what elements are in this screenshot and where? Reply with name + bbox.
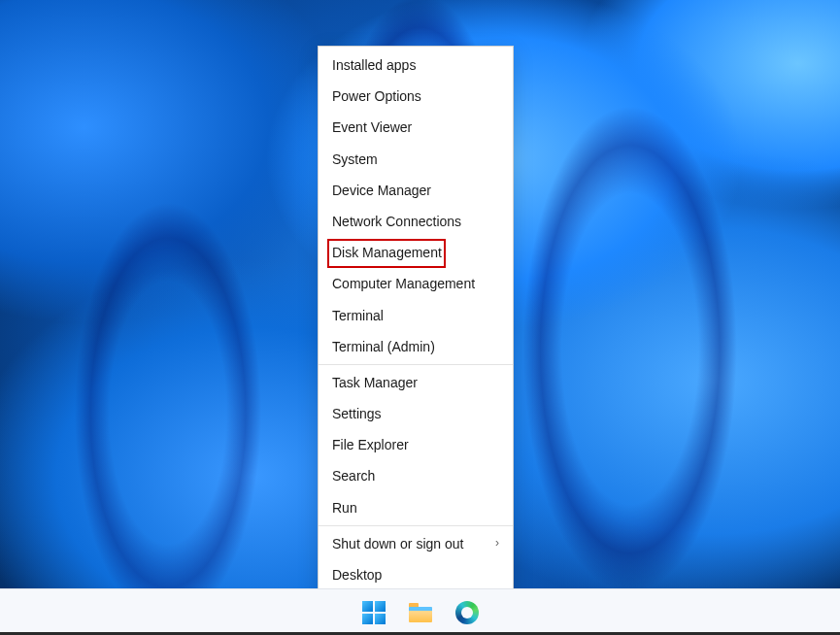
- menu-item-network-connections[interactable]: Network Connections: [319, 206, 513, 237]
- menu-item-label: File Explorer: [332, 436, 409, 453]
- menu-item-label: System: [332, 150, 378, 168]
- menu-item-label: Power Options: [332, 87, 421, 105]
- menu-item-label: Event Viewer: [332, 118, 412, 136]
- menu-item-file-explorer[interactable]: File Explorer: [319, 429, 513, 460]
- windows-logo-icon: [362, 601, 386, 624]
- menu-item-installed-apps[interactable]: Installed apps: [319, 50, 513, 81]
- taskbar: [0, 588, 840, 635]
- menu-item-power-options[interactable]: Power Options: [319, 81, 513, 112]
- menu-item-device-manager[interactable]: Device Manager: [319, 175, 513, 206]
- edge-icon: [455, 601, 479, 624]
- menu-separator: [319, 525, 513, 526]
- menu-item-label: Installed apps: [332, 56, 416, 74]
- file-explorer-button[interactable]: [408, 600, 433, 625]
- menu-item-task-manager[interactable]: Task Manager: [319, 367, 513, 398]
- menu-item-label: Computer Management: [332, 275, 475, 292]
- menu-separator: [319, 364, 513, 365]
- menu-item-computer-management[interactable]: Computer Management: [319, 268, 513, 299]
- folder-icon: [409, 603, 432, 622]
- menu-item-label: Desktop: [332, 566, 382, 584]
- menu-item-label: Terminal (Admin): [332, 338, 435, 355]
- chevron-right-icon: ›: [495, 536, 499, 551]
- menu-item-run[interactable]: Run: [319, 492, 513, 523]
- menu-item-desktop[interactable]: Desktop: [319, 559, 513, 590]
- menu-item-terminal-admin[interactable]: Terminal (Admin): [319, 331, 513, 362]
- menu-item-label: Task Manager: [332, 374, 418, 391]
- winx-context-menu: Installed appsPower OptionsEvent ViewerS…: [318, 46, 514, 594]
- edge-browser-button[interactable]: [454, 600, 480, 625]
- menu-item-label: Device Manager: [332, 182, 431, 199]
- menu-item-label: Disk Management: [332, 244, 442, 261]
- menu-item-label: Network Connections: [332, 213, 461, 230]
- menu-item-label: Run: [332, 499, 357, 517]
- menu-item-terminal[interactable]: Terminal: [319, 300, 513, 331]
- menu-item-search[interactable]: Search: [319, 460, 513, 491]
- menu-item-label: Settings: [332, 405, 382, 422]
- start-button[interactable]: [361, 600, 386, 625]
- menu-item-event-viewer[interactable]: Event Viewer: [319, 112, 513, 143]
- menu-item-shut-down-sign-out[interactable]: Shut down or sign out›: [319, 528, 513, 559]
- menu-item-label: Shut down or sign out: [332, 535, 463, 552]
- menu-item-label: Search: [332, 467, 375, 485]
- menu-item-disk-management[interactable]: Disk Management: [319, 237, 513, 268]
- menu-item-system[interactable]: System: [319, 144, 513, 175]
- menu-item-label: Terminal: [332, 307, 384, 324]
- menu-item-settings[interactable]: Settings: [319, 398, 513, 429]
